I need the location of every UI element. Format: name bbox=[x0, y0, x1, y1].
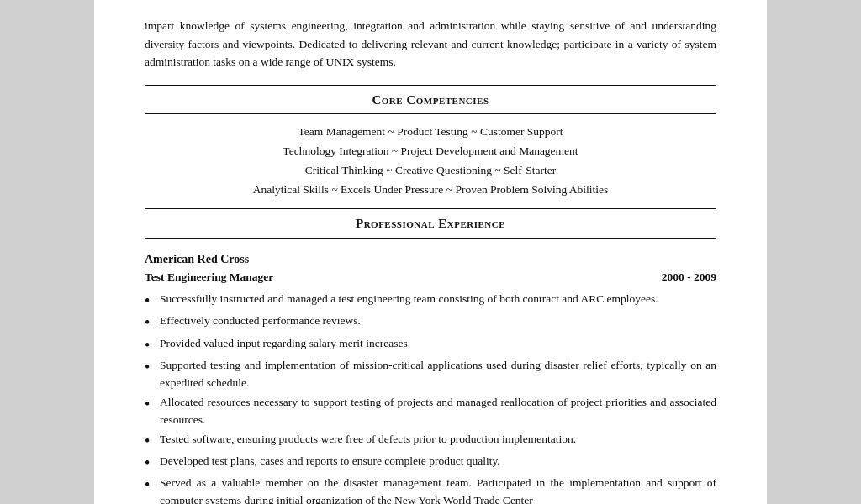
job-dates: 2000 - 2009 bbox=[662, 269, 716, 286]
bullet-icon: • bbox=[145, 431, 160, 451]
bullet-icon: • bbox=[145, 453, 160, 473]
company-name: American Red Cross bbox=[145, 250, 716, 268]
professional-experience-header: Professional Experience bbox=[145, 209, 716, 238]
competency-line-2: Technology Integration ~ Project Develop… bbox=[145, 142, 716, 161]
bullet-icon: • bbox=[145, 291, 160, 311]
divider-bottom-competencies bbox=[145, 113, 716, 114]
bullet-icon: • bbox=[145, 312, 160, 333]
list-item: • Effectively conducted performance revi… bbox=[145, 312, 716, 333]
job-title: Test Engineering Manager bbox=[145, 269, 273, 286]
bullet-icon: • bbox=[145, 475, 160, 495]
intro-paragraph: impart knowledge of systems engineering,… bbox=[145, 17, 716, 71]
bullet-text: Developed test plans, cases and reports … bbox=[160, 453, 716, 470]
competency-line-4: Analytical Skills ~ Excels Under Pressur… bbox=[145, 181, 716, 200]
list-item: • Served as a valuable member on the dis… bbox=[145, 475, 716, 504]
list-item: • Developed test plans, cases and report… bbox=[145, 453, 716, 473]
bullet-icon: • bbox=[145, 394, 160, 414]
bullet-list: • Successfully instructed and managed a … bbox=[145, 291, 716, 504]
resume-page: impart knowledge of systems engineering,… bbox=[94, 0, 767, 504]
bullet-text: Supported testing and implementation of … bbox=[160, 357, 716, 392]
competencies-block: Team Management ~ Product Testing ~ Cust… bbox=[145, 123, 716, 200]
bullet-text: Allocated resources necessary to support… bbox=[160, 394, 716, 429]
divider-bottom-experience bbox=[145, 238, 716, 239]
list-item: • Allocated resources necessary to suppo… bbox=[145, 394, 716, 429]
bullet-text: Tested software, ensuring products were … bbox=[160, 431, 716, 449]
competency-line-3: Critical Thinking ~ Creative Questioning… bbox=[145, 161, 716, 181]
list-item: • Provided valued input regarding salary… bbox=[145, 335, 716, 355]
job-title-row: Test Engineering Manager 2000 - 2009 bbox=[145, 269, 716, 286]
experience-block: American Red Cross Test Engineering Mana… bbox=[145, 250, 716, 504]
list-item: • Tested software, ensuring products wer… bbox=[145, 431, 716, 451]
bullet-icon: • bbox=[145, 335, 160, 355]
core-competencies-header: Core Competencies bbox=[145, 86, 716, 114]
competency-line-1: Team Management ~ Product Testing ~ Cust… bbox=[145, 123, 716, 142]
bullet-icon: • bbox=[145, 357, 160, 377]
list-item: • Successfully instructed and managed a … bbox=[145, 291, 716, 311]
bullet-text: Successfully instructed and managed a te… bbox=[160, 291, 716, 308]
list-item: • Supported testing and implementation o… bbox=[145, 357, 716, 392]
bullet-text: Provided valued input regarding salary m… bbox=[160, 335, 716, 353]
bullet-text: Effectively conducted performance review… bbox=[160, 312, 716, 330]
bullet-text: Served as a valuable member on the disas… bbox=[160, 475, 716, 504]
